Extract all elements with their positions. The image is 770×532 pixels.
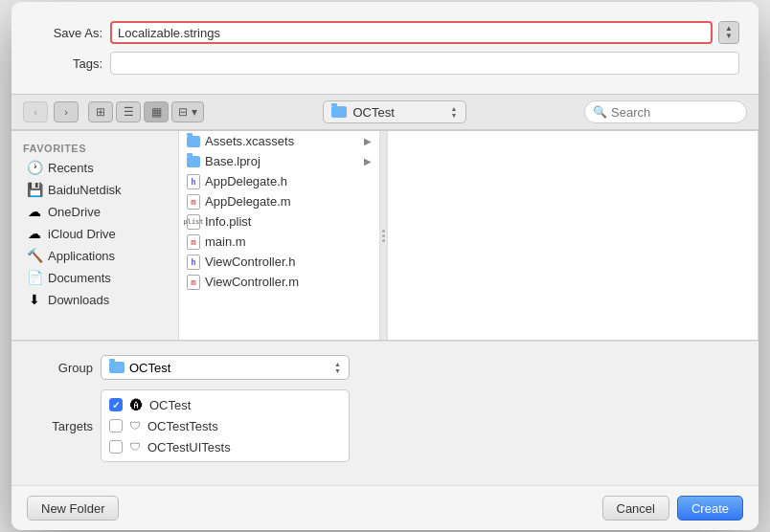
sidebar-item-applications[interactable]: 🔨 Applications	[15, 245, 174, 266]
bottom-panel: Group OCTest ▲ ▼ Targets ✓ 🅐	[11, 341, 759, 485]
applications-icon: 🔨	[27, 248, 42, 263]
list-icon: ☰	[124, 105, 134, 119]
arrow-icon: ▶	[364, 136, 372, 146]
tags-label: Tags:	[31, 56, 102, 71]
spinner-down-arrow: ▼	[725, 33, 733, 40]
sidebar-item-label-icloud: iCloud Drive	[48, 227, 116, 241]
file-item-name-base: Base.lproj	[205, 154, 359, 168]
sidebar-item-baidunetdisk[interactable]: 💾 BaiduNetdisk	[15, 179, 174, 200]
checkbox-octestuitests[interactable]	[109, 440, 123, 454]
sidebar-item-label-recents: Recents	[48, 161, 94, 175]
sidebar-item-label-applications: Applications	[48, 249, 115, 263]
file-item-main-m[interactable]: m main.m	[179, 232, 379, 252]
file-browser: Assets.xcassets ▶ Base.lproj ▶ h AppDele…	[179, 131, 759, 340]
sidebar-item-label-onedrive: OneDrive	[48, 205, 101, 219]
view-cover-button[interactable]: ⊟ ▾	[171, 101, 204, 122]
app-icon-octest: 🅐	[128, 397, 144, 412]
group-value: OCTest	[129, 361, 170, 375]
sidebar-item-downloads[interactable]: ⬇ Downloads	[15, 289, 174, 310]
checkbox-octesttests[interactable]	[109, 419, 123, 432]
shield-icon-uitests: 🛡	[128, 439, 142, 454]
file-item-base[interactable]: Base.lproj ▶	[179, 151, 379, 171]
file-item-name-main-m: main.m	[205, 234, 372, 249]
target-row-octestuitests: 🛡 OCTestUITests	[102, 436, 349, 457]
view-buttons: ⊞ ☰ ▦ ⊟ ▾	[88, 101, 204, 122]
group-label: Group	[31, 361, 93, 375]
resize-dots	[382, 230, 385, 242]
tags-row: Tags:	[31, 52, 739, 75]
search-input[interactable]	[611, 105, 738, 120]
grid-icon: ⊞	[96, 105, 105, 119]
location-name: OCTest	[353, 105, 395, 120]
targets-box: ✓ 🅐 OCTest 🛡 OCTestTests 🛡 OCTestUITests	[101, 389, 350, 462]
location-folder-icon	[331, 106, 347, 118]
icloud-icon: ☁	[27, 226, 42, 241]
sidebar-item-documents[interactable]: 📄 Documents	[15, 267, 174, 288]
onedrive-icon: ☁	[27, 204, 42, 219]
target-name-octesttests: OCTestTests	[147, 419, 218, 433]
view-list-button[interactable]: ☰	[116, 101, 141, 122]
sidebar-item-label-baidunetdisk: BaiduNetdisk	[48, 183, 122, 197]
file-item-name-appdelegate-m: AppDelegate.m	[205, 194, 372, 209]
back-button[interactable]: ‹	[23, 101, 48, 122]
target-name-octest: OCTest	[149, 398, 191, 412]
downloads-icon: ⬇	[27, 292, 42, 307]
save-as-row: Save As: ▲ ▼	[31, 21, 739, 44]
view-grid-button[interactable]: ⊞	[88, 101, 113, 122]
target-row-octest: ✓ 🅐 OCTest	[102, 394, 349, 415]
create-button[interactable]: Create	[677, 496, 743, 521]
file-item-assets[interactable]: Assets.xcassets ▶	[179, 131, 379, 151]
baidunetdisk-icon: 💾	[27, 182, 42, 197]
forward-button[interactable]: ›	[54, 101, 79, 122]
new-folder-button[interactable]: New Folder	[27, 496, 119, 521]
checkbox-octest[interactable]: ✓	[109, 398, 123, 411]
group-spinner: ▲ ▼	[334, 361, 341, 374]
back-icon: ‹	[34, 106, 37, 118]
cover-icon: ⊟ ▾	[178, 105, 196, 119]
sidebar-section-label: Favorites	[11, 139, 178, 156]
h-file-icon-vc: h	[187, 255, 200, 269]
file-item-appdelegate-h[interactable]: h AppDelegate.h	[179, 171, 379, 191]
footer-right-buttons: Cancel Create	[602, 496, 744, 521]
column-resize-handle[interactable]	[380, 131, 388, 340]
documents-icon: 📄	[27, 270, 42, 285]
check-icon: ✓	[112, 400, 120, 410]
targets-row: Targets ✓ 🅐 OCTest 🛡 OCTestTests 🛡	[31, 389, 739, 462]
save-dialog: Save As: ▲ ▼ Tags: ‹ › ⊞ ☰ ▦	[11, 2, 759, 530]
group-popup[interactable]: OCTest ▲ ▼	[101, 355, 350, 380]
cancel-button[interactable]: Cancel	[602, 496, 669, 521]
target-row-octesttests: 🛡 OCTestTests	[102, 415, 349, 436]
file-item-viewcontroller-h[interactable]: h ViewController.h	[179, 252, 379, 272]
spinner-button[interactable]: ▲ ▼	[718, 21, 739, 44]
file-item-name-appdelegate-h: AppDelegate.h	[205, 174, 372, 188]
file-column-1: Assets.xcassets ▶ Base.lproj ▶ h AppDele…	[179, 131, 380, 340]
sidebar-item-onedrive[interactable]: ☁ OneDrive	[15, 201, 174, 222]
m-file-icon-main: m	[187, 235, 200, 249]
folder-icon-base	[187, 155, 200, 168]
m-file-icon: m	[187, 195, 200, 209]
sidebar: Favorites 🕐 Recents 💾 BaiduNetdisk ☁ One…	[11, 131, 179, 340]
file-item-info-plist[interactable]: plist Info.plist	[179, 211, 379, 232]
main-content: Favorites 🕐 Recents 💾 BaiduNetdisk ☁ One…	[11, 130, 759, 341]
file-item-viewcontroller-m[interactable]: m ViewController.m	[179, 272, 379, 292]
footer: New Folder Cancel Create	[11, 485, 759, 530]
search-bar: 🔍	[584, 100, 747, 123]
file-item-name-info-plist: Info.plist	[205, 214, 372, 229]
view-column-button[interactable]: ▦	[144, 101, 169, 122]
forward-icon: ›	[64, 106, 68, 118]
file-column-2	[388, 131, 759, 340]
targets-label: Targets	[31, 419, 93, 433]
location-popup[interactable]: OCTest ▲ ▼	[323, 100, 466, 123]
shield-icon-tests: 🛡	[128, 418, 142, 433]
sidebar-item-recents[interactable]: 🕐 Recents	[15, 157, 174, 178]
save-as-input[interactable]	[110, 21, 713, 44]
sidebar-item-icloud[interactable]: ☁ iCloud Drive	[15, 223, 174, 244]
file-item-appdelegate-m[interactable]: m AppDelegate.m	[179, 191, 379, 211]
save-as-label: Save As:	[31, 26, 102, 40]
tags-input[interactable]	[110, 52, 739, 75]
sidebar-item-label-documents: Documents	[48, 271, 111, 285]
arrow-icon-base: ▶	[364, 156, 372, 166]
target-name-octestuitests: OCTestUITests	[147, 440, 231, 454]
file-item-name-assets: Assets.xcassets	[205, 134, 359, 148]
column-icon: ▦	[151, 105, 162, 119]
